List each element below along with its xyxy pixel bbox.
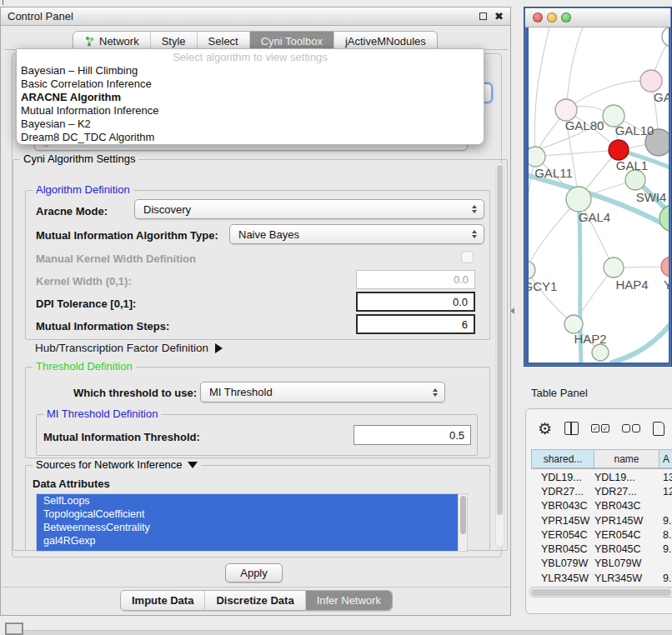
label-truncated-top: GAL bbox=[654, 90, 669, 104]
menu-item-aracne[interactable]: ARACNE Algorithm bbox=[17, 91, 484, 104]
list-scrollbar[interactable] bbox=[458, 494, 467, 551]
list-scrollbar-thumb[interactable] bbox=[460, 496, 466, 534]
node-gcy1[interactable] bbox=[529, 261, 535, 279]
manual-kernel-checkbox[interactable] bbox=[461, 251, 474, 263]
data-attributes-list: SelfLoops TopologicalCoefficient Between… bbox=[36, 493, 468, 552]
document-icon[interactable] bbox=[653, 422, 664, 436]
menu-item-bayesian-k2[interactable]: Bayesian – K2 bbox=[17, 118, 484, 131]
table-hscrollbar[interactable] bbox=[529, 587, 672, 598]
menu-item-bayesian-hill-climbing[interactable]: Bayesian – Hill Climbing bbox=[17, 64, 484, 78]
mi-threshold-field[interactable]: 0.5 bbox=[354, 425, 471, 445]
menu-item-dream8[interactable]: Dream8 DC_TDC Algorithm bbox=[17, 131, 484, 144]
mi-steps-field[interactable]: 6 bbox=[356, 314, 475, 334]
bottom-panel-edge bbox=[23, 630, 672, 635]
network-canvas[interactable]: GAL GAL80 GAL10 GAL1 GAL11 SWI4 GAL4 GCY… bbox=[529, 28, 669, 362]
node-hap2[interactable] bbox=[564, 315, 583, 333]
float-panel-icon[interactable] bbox=[479, 12, 487, 20]
column-layout-icon[interactable] bbox=[564, 422, 579, 435]
apply-button[interactable]: Apply bbox=[225, 563, 283, 582]
dpi-tolerance-field[interactable]: 0.0 bbox=[356, 292, 475, 312]
tab-style-label: Style bbox=[162, 35, 186, 48]
dpi-tolerance-label: DPI Tolerance [0,1]: bbox=[36, 298, 136, 310]
label-swi4: SWI4 bbox=[636, 190, 667, 204]
list-item-gal4rgexp[interactable]: gal4RGexp bbox=[37, 534, 467, 548]
table-row[interactable]: YPR145WYPR145W9. bbox=[531, 513, 672, 528]
network-view-window: GAL GAL80 GAL10 GAL1 GAL11 SWI4 GAL4 GCY… bbox=[524, 7, 672, 367]
table-row[interactable]: YBR043CYBR043C bbox=[531, 499, 672, 513]
node-gal11[interactable] bbox=[529, 147, 545, 167]
which-threshold-combo[interactable]: MI Threshold bbox=[200, 382, 445, 402]
label-hap4: HAP4 bbox=[615, 278, 648, 292]
table-toolbar: ⚙ ✓ ✓ bbox=[538, 419, 664, 438]
label-gcy1: GCY1 bbox=[529, 279, 557, 293]
node-salmon-right[interactable] bbox=[661, 257, 669, 277]
list-item-selfloops[interactable]: SelfLoops bbox=[37, 494, 467, 508]
kernel-width-field[interactable]: 0.0 bbox=[356, 270, 475, 289]
list-item-topologicalcoefficient[interactable]: TopologicalCoefficient bbox=[37, 508, 467, 521]
mi-algorithm-type-value: Naive Bayes bbox=[238, 228, 299, 241]
table-hscrollbar-thumb[interactable] bbox=[531, 589, 671, 596]
tab-discretize-data[interactable]: Discretize Data bbox=[204, 591, 304, 610]
column-header-shared[interactable]: shared... bbox=[532, 450, 594, 468]
table-row[interactable]: YDR27...YDR27...12 bbox=[531, 484, 672, 498]
control-panel-title: Control Panel bbox=[8, 10, 73, 22]
expand-right-icon bbox=[215, 343, 223, 353]
network-edges-thick[interactable] bbox=[529, 150, 669, 362]
select-all-icon[interactable]: ✓ ✓ bbox=[591, 424, 609, 432]
settings-scrollbar[interactable] bbox=[495, 162, 504, 548]
column-header-name[interactable]: name bbox=[594, 450, 659, 468]
gear-icon[interactable]: ⚙ bbox=[538, 420, 552, 437]
node-pink-top[interactable] bbox=[640, 70, 662, 92]
minimized-panel-icon[interactable] bbox=[5, 622, 23, 635]
tab-network-label: Network bbox=[99, 35, 139, 48]
tab-infer-network-label: Infer Network bbox=[317, 594, 381, 607]
menu-item-mutual-information[interactable]: Mutual Information Inference bbox=[17, 104, 484, 118]
table-header-row: shared... name A bbox=[531, 449, 672, 469]
table-row[interactable]: YER054CYER054C8. bbox=[531, 528, 672, 542]
threshold-definition-title: Threshold Definition bbox=[33, 360, 136, 372]
list-item-betweennesscentrality[interactable]: BetweennessCentrality bbox=[37, 521, 467, 534]
window-minimize-icon[interactable] bbox=[547, 12, 557, 22]
window-close-icon[interactable] bbox=[533, 12, 543, 22]
table-row[interactable]: YLR345WYLR345W9. bbox=[531, 571, 672, 585]
sources-title-text: Sources for Network Inference bbox=[36, 458, 183, 471]
collapse-down-icon[interactable] bbox=[188, 462, 198, 468]
network-window-titlebar[interactable] bbox=[525, 8, 670, 28]
node-truncated-topright[interactable] bbox=[662, 28, 669, 47]
tab-impute-data[interactable]: Impute Data bbox=[121, 591, 204, 610]
panel-splitter-arrow[interactable] bbox=[510, 308, 514, 314]
settings-scrollbar-thumb[interactable] bbox=[497, 165, 503, 515]
label-gal10: GAL10 bbox=[615, 123, 654, 138]
mi-algorithm-type-combo[interactable]: Naive Bayes bbox=[229, 224, 484, 244]
node-swi4[interactable] bbox=[625, 170, 645, 190]
hub-definition-expander[interactable]: Hub/Transcription Factor Definition bbox=[35, 342, 223, 354]
node-biggreen-right[interactable] bbox=[659, 205, 669, 232]
deselect-all-icon[interactable] bbox=[622, 424, 640, 432]
close-panel-icon[interactable]: ✖ bbox=[494, 12, 504, 20]
table-panel-container: ⚙ ✓ ✓ shared... name A YDL19...YDL19...1… bbox=[525, 408, 672, 614]
list-item-partial[interactable] bbox=[37, 548, 467, 552]
mi-steps-value: 6 bbox=[462, 318, 468, 331]
menu-item-basic-correlation[interactable]: Basic Correlation Inference bbox=[17, 78, 484, 91]
algorithm-definition-group: Algorithm Definition Aracne Mode: Discov… bbox=[25, 190, 490, 340]
column-header-truncated[interactable]: A bbox=[659, 450, 672, 468]
which-threshold-value: MI Threshold bbox=[209, 386, 273, 398]
aracne-mode-value: Discovery bbox=[143, 203, 191, 216]
table-row[interactable]: YDL19...YDL19...13 bbox=[531, 470, 672, 484]
settings-group-title: Cyni Algorithm Settings bbox=[20, 152, 138, 165]
screen-edge-artifact bbox=[3, 0, 3, 5]
node-gal1-red[interactable] bbox=[609, 140, 629, 160]
tab-infer-network[interactable]: Infer Network bbox=[305, 591, 392, 610]
hub-definition-label: Hub/Transcription Factor Definition bbox=[35, 342, 208, 354]
tab-select-label: Select bbox=[208, 35, 238, 48]
window-zoom-icon[interactable] bbox=[561, 12, 571, 22]
control-panel-titlebar[interactable]: Control Panel ✖ bbox=[1, 8, 510, 26]
table-row[interactable]: YBL079WYBL079W bbox=[531, 557, 672, 571]
node-bottom-partial[interactable] bbox=[592, 344, 609, 361]
tab-discretize-data-label: Discretize Data bbox=[216, 594, 293, 607]
tab-cyni-toolbox-label: Cyni Toolbox bbox=[261, 35, 323, 48]
node-gal4[interactable] bbox=[566, 187, 591, 212]
table-row[interactable]: YBR045CYBR045C9. bbox=[531, 542, 672, 556]
node-hap4[interactable] bbox=[604, 258, 624, 278]
aracne-mode-combo[interactable]: Discovery bbox=[134, 199, 484, 219]
